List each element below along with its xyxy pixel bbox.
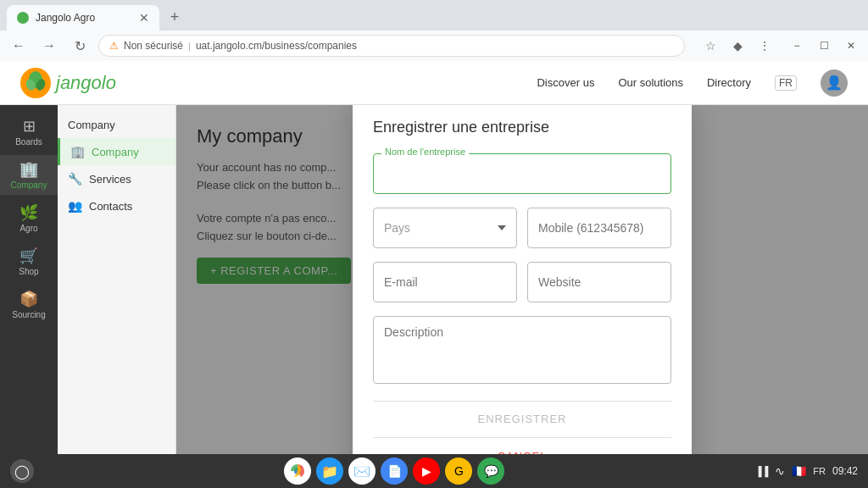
sidebar-item-agro[interactable]: 🌿 Agro [0, 198, 58, 238]
window-controls: − ☐ ✕ [787, 36, 861, 56]
sidebar-item-boards[interactable]: ⊞ Boards [0, 112, 58, 152]
url-text: uat.jangolo.cm/business/companies [196, 40, 357, 52]
url-input[interactable]: ⚠ Non sécurisé | uat.jangolo.cm/business… [98, 35, 685, 57]
nav-directory[interactable]: Directory [707, 76, 751, 89]
tab-favicon [17, 12, 29, 24]
shop-icon: 🛒 [19, 247, 38, 265]
nav-discover-us[interactable]: Discover us [537, 76, 594, 89]
sub-sidebar: Company 🏢 Company 🔧 Services 👥 Contacts [58, 105, 176, 488]
taskbar-right: ▐▐ ∿ 🇫🇷 FR 09:42 [755, 464, 858, 478]
sub-sidebar-title: Company [58, 112, 175, 138]
company-name-input[interactable] [373, 153, 671, 194]
security-icon: ⚠ [109, 40, 119, 52]
launcher-button[interactable]: ◯ [10, 459, 34, 483]
website-field [527, 262, 671, 302]
top-nav: jangolo Discover us Our solutions Direct… [0, 61, 868, 105]
sub-company-icon: 🏢 [70, 145, 85, 158]
register-company-modal: Enregistrer une entreprise Nom de l'entr… [353, 105, 692, 488]
sub-sidebar-item-company[interactable]: 🏢 Company [58, 138, 175, 165]
company-name-field: Nom de l'entreprise [373, 153, 671, 194]
sub-contacts-icon: 👥 [68, 199, 82, 213]
sub-sidebar-item-services[interactable]: 🔧 Services [58, 165, 175, 192]
bookmark-button[interactable]: ☆ [698, 34, 722, 58]
wifi-icon: ∿ [775, 464, 785, 478]
close-window-button[interactable]: ✕ [841, 36, 861, 56]
email-input[interactable] [373, 262, 517, 302]
sub-services-label: Services [89, 173, 131, 186]
taskbar: ◯ 📁 ✉️ 📄 ▶ G 💬 ▐▐ ∿ 🇫🇷 FR 09:42 [0, 454, 868, 488]
description-field [373, 316, 671, 387]
boards-icon: ⊞ [23, 117, 36, 136]
browser-chrome: Jangolo Agro ✕ + ← → ↻ ⚠ Non sécurisé | … [0, 0, 868, 61]
taskbar-center: 📁 ✉️ 📄 ▶ G 💬 [284, 458, 504, 485]
modal-title: Enregistrer une entreprise [373, 119, 671, 136]
tab-close-button[interactable]: ✕ [139, 11, 149, 25]
tab-title: Jangolo Agro [36, 12, 95, 24]
maximize-button[interactable]: ☐ [814, 36, 834, 56]
country-field: Pays [373, 208, 517, 248]
sub-contacts-label: Contacts [89, 200, 132, 213]
language-flag: 🇫🇷 [792, 464, 806, 478]
logo-icon [20, 68, 51, 98]
page-content: My company Your account has no comp... P… [176, 105, 868, 488]
taskbar-google[interactable]: G [445, 458, 472, 485]
email-field [373, 262, 517, 302]
battery-indicator: ▐▐ [755, 466, 769, 476]
forward-button[interactable]: → [37, 34, 61, 58]
taskbar-chrome[interactable] [284, 458, 311, 485]
reload-button[interactable]: ↻ [68, 34, 92, 58]
enregistrer-button[interactable]: ENREGISTRER [373, 401, 671, 438]
system-clock: 09:42 [832, 465, 858, 477]
sub-sidebar-item-contacts[interactable]: 👥 Contacts [58, 192, 175, 219]
mobile-field [527, 208, 671, 248]
sub-company-label: Company [92, 146, 139, 158]
taskbar-docs[interactable]: 📄 [381, 458, 408, 485]
active-tab[interactable]: Jangolo Agro ✕ [7, 5, 159, 30]
company-icon: 🏢 [19, 160, 38, 179]
modal-overlay: Enregistrer une entreprise Nom de l'entr… [176, 105, 868, 488]
top-nav-links: Discover us Our solutions Directory FR 👤 [537, 69, 848, 97]
website-input[interactable] [527, 262, 671, 302]
user-avatar[interactable]: 👤 [821, 69, 848, 97]
taskbar-gmail[interactable]: ✉️ [348, 458, 376, 485]
main-area: ⊞ Boards 🏢 Company 🌿 Agro 🛒 Shop 📦 Sourc… [0, 105, 868, 488]
browser-actions: ☆ ◆ ⋮ [698, 34, 776, 58]
logo-text: jangolo [56, 72, 116, 94]
taskbar-chat[interactable]: 💬 [477, 458, 504, 485]
minimize-button[interactable]: − [787, 36, 807, 56]
taskbar-files[interactable]: 📁 [316, 458, 343, 485]
security-label: Non sécurisé [124, 40, 183, 52]
menu-button[interactable]: ⋮ [753, 34, 776, 58]
logo-area: jangolo [20, 68, 537, 98]
agro-icon: 🌿 [19, 203, 38, 222]
nav-our-solutions[interactable]: Our solutions [618, 76, 683, 89]
country-mobile-row: Pays [373, 208, 671, 248]
mobile-input[interactable] [527, 208, 671, 248]
language-selector[interactable]: FR [775, 75, 797, 91]
language-label: FR [813, 466, 826, 476]
sidebar-item-shop[interactable]: 🛒 Shop [0, 241, 58, 281]
sidebar-item-sourcing[interactable]: 📦 Sourcing [0, 285, 58, 324]
sub-services-icon: 🔧 [68, 172, 82, 186]
description-textarea[interactable] [373, 316, 671, 384]
sidebar: ⊞ Boards 🏢 Company 🌿 Agro 🛒 Shop 📦 Sourc… [0, 105, 58, 488]
taskbar-youtube[interactable]: ▶ [413, 458, 440, 485]
new-tab-button[interactable]: + [163, 5, 186, 29]
company-name-label: Nom de l'entreprise [381, 147, 469, 157]
taskbar-left: ◯ [10, 459, 34, 483]
sourcing-icon: 📦 [19, 290, 38, 308]
sidebar-item-company[interactable]: 🏢 Company [0, 155, 58, 195]
address-bar: ← → ↻ ⚠ Non sécurisé | uat.jangolo.cm/bu… [0, 30, 868, 61]
app-container: jangolo Discover us Our solutions Direct… [0, 61, 868, 488]
country-select[interactable]: Pays [373, 208, 517, 248]
content-area: Company 🏢 Company 🔧 Services 👥 Contacts … [58, 105, 868, 488]
extensions-button[interactable]: ◆ [726, 34, 749, 58]
avatar-icon: 👤 [826, 75, 843, 91]
back-button[interactable]: ← [7, 34, 31, 58]
email-website-row [373, 262, 671, 302]
tab-bar: Jangolo Agro ✕ + [0, 0, 868, 30]
